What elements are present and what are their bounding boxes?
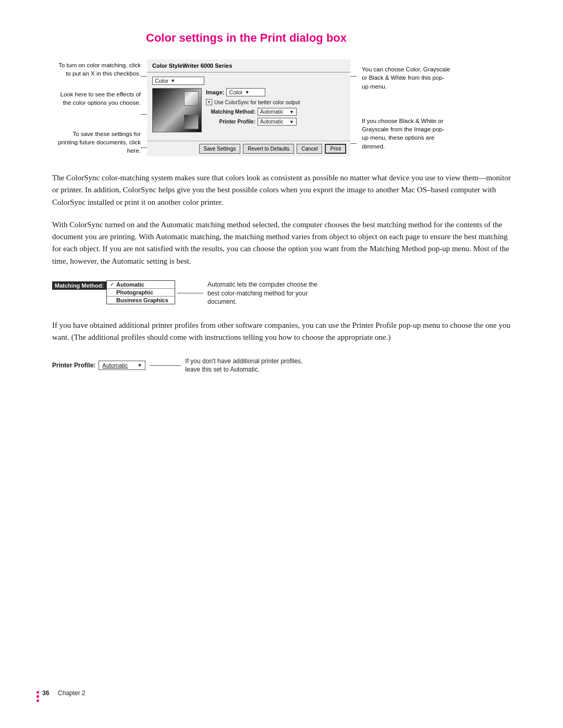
image-preview-area: Image: Color ▼ ✕ Use ColorSync for bette… bbox=[152, 88, 345, 132]
footer-text: 36 Chapter 2 bbox=[42, 689, 85, 697]
matching-method-label: Matching Method: bbox=[206, 109, 255, 115]
mm-option-automatic: ✓ Automatic bbox=[107, 281, 175, 289]
color-button-row: Color ▼ bbox=[152, 77, 345, 85]
matching-method-illustration: Matching Method: ✓ Automatic Photographi… bbox=[52, 280, 511, 306]
connector-line-1 bbox=[141, 76, 147, 77]
printer-profile-dialog-label: Printer Profile: bbox=[206, 119, 255, 125]
pp-dropdown[interactable]: Automatic ▼ bbox=[99, 361, 145, 370]
footer-dot-2 bbox=[36, 695, 39, 698]
right-annotation-1: You can choose Color, Grayscale or Black… bbox=[362, 65, 450, 90]
mm-annotation: Automatic lets the computer choose the b… bbox=[207, 280, 322, 306]
footer-spacer bbox=[51, 689, 56, 697]
matching-method-row: Matching Method: Automatic ▼ bbox=[206, 108, 345, 116]
color-dropdown[interactable]: Color ▼ bbox=[152, 77, 204, 85]
matching-method-dropdown[interactable]: Automatic ▼ bbox=[258, 108, 297, 116]
right-connectors bbox=[350, 59, 357, 156]
pp-dropdown-arrow: ▼ bbox=[137, 363, 142, 368]
mm-options-list: ✓ Automatic Photographic Business Graphi… bbox=[106, 280, 175, 304]
colorsync-checkbox[interactable]: ✕ bbox=[206, 99, 212, 105]
right-connector-1 bbox=[350, 76, 357, 77]
page-number: 36 bbox=[42, 689, 49, 697]
left-annotation-3: To save these settings for printing futu… bbox=[52, 130, 141, 155]
checkmark-automatic: ✓ bbox=[110, 281, 115, 287]
save-settings-button[interactable]: Save Settings bbox=[199, 144, 241, 154]
left-connectors bbox=[141, 59, 147, 156]
section-title: Color settings in the Print dialog box bbox=[146, 31, 511, 45]
print-button[interactable]: Print bbox=[325, 144, 346, 154]
mm-option-photographic: Photographic bbox=[107, 289, 175, 297]
pp-label: Printer Profile: bbox=[52, 362, 95, 369]
cancel-button[interactable]: Cancel bbox=[297, 144, 322, 154]
image-dropdown[interactable]: Color ▼ bbox=[226, 88, 265, 96]
printer-profile-dialog-dropdown[interactable]: Automatic ▼ bbox=[258, 118, 297, 126]
page-footer: 36 Chapter 2 bbox=[36, 689, 85, 702]
image-row: Image: Color ▼ bbox=[206, 88, 345, 96]
footer-dot-3 bbox=[36, 699, 39, 702]
left-annotation-1: To turn on color matching, click to put … bbox=[52, 61, 141, 78]
mm-connector-line bbox=[177, 293, 203, 293]
footer-dots bbox=[36, 689, 39, 702]
right-annotations: You can choose Color, Grayscale or Black… bbox=[357, 59, 450, 156]
left-annotation-2: Look here to see the effects of the colo… bbox=[52, 90, 141, 107]
dialog-buttons: Save Settings Revert to Defaults Cancel … bbox=[147, 141, 350, 156]
dialog-title: Color StyleWriter 6000 Series bbox=[147, 59, 350, 72]
pp-annotation: If you don't have additional printer pro… bbox=[185, 357, 310, 375]
annotated-diagram: To turn on color matching, click to put … bbox=[52, 59, 511, 156]
connector-line-3 bbox=[141, 147, 147, 148]
color-swatch bbox=[184, 91, 199, 106]
matching-dropdown-arrow: ▼ bbox=[289, 109, 294, 115]
left-annotations: To turn on color matching, click to put … bbox=[52, 59, 141, 156]
preview-thumbnail bbox=[152, 88, 202, 132]
chapter-label: Chapter 2 bbox=[58, 689, 85, 697]
footer-dot-1 bbox=[36, 691, 39, 694]
mm-box: Matching Method: ✓ Automatic Photographi… bbox=[52, 280, 175, 304]
printer-profile-dialog-row: Printer Profile: Automatic ▼ bbox=[206, 118, 345, 126]
printer-profile-arrow: ▼ bbox=[289, 119, 294, 125]
body-paragraph-2: With ColorSync turned on and the Automat… bbox=[52, 219, 511, 267]
dialog-box: Color StyleWriter 6000 Series Color ▼ bbox=[147, 59, 350, 156]
mm-option-business: Business Graphics bbox=[107, 297, 175, 304]
mm-label: Matching Method: bbox=[52, 281, 106, 290]
gray-swatch bbox=[184, 115, 199, 129]
connector-line-2 bbox=[141, 114, 147, 115]
right-annotation-2: If you choose Black & White or Grayscale… bbox=[362, 117, 450, 150]
dropdown-arrow: ▼ bbox=[170, 78, 175, 83]
revert-defaults-button[interactable]: Revert to Defaults bbox=[243, 144, 294, 154]
body-paragraph-3: If you have obtained additional printer … bbox=[52, 319, 511, 344]
right-connector-2 bbox=[350, 143, 357, 144]
image-section-right: Image: Color ▼ ✕ Use ColorSync for bette… bbox=[202, 88, 345, 132]
image-dropdown-arrow: ▼ bbox=[245, 90, 250, 95]
printer-profile-illustration: Printer Profile: Automatic ▼ If you don'… bbox=[52, 357, 511, 375]
colorsync-row: ✕ Use ColorSync for better color output bbox=[206, 99, 345, 105]
image-label: Image: bbox=[206, 89, 224, 95]
dialog-body: Color ▼ bbox=[147, 72, 350, 141]
pp-connector-line bbox=[150, 365, 181, 366]
preview-image-inner bbox=[153, 89, 201, 132]
body-paragraph-1: The ColorSync color-matching system make… bbox=[52, 172, 511, 208]
